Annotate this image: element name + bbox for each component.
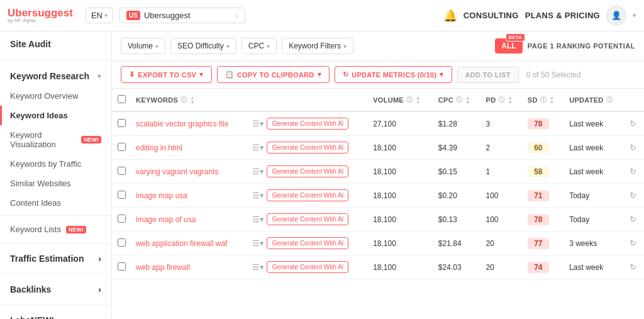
generate-ai-button[interactable]: Generate Content With AI	[267, 261, 348, 273]
search-bar[interactable]: US Ubersuggest ›	[119, 8, 245, 23]
row-checkbox[interactable]	[118, 215, 126, 223]
avatar-chevron-icon[interactable]: ▾	[633, 11, 636, 20]
row-refresh-icon[interactable]: ↻	[630, 262, 636, 272]
new-badge: NEW!	[81, 136, 101, 143]
update-metrics-button[interactable]: ↻ UPDATE METRICS (0/10) ▾	[335, 66, 452, 83]
sidebar-item-content-ideas[interactable]: Content Ideas	[0, 193, 111, 213]
sidebar-item-similar-websites[interactable]: Similar Websites	[0, 174, 111, 193]
row-refresh-icon[interactable]: ↻	[630, 167, 636, 176]
lang-label: EN	[91, 11, 103, 20]
keyword-menu-icon[interactable]: ☰▾	[252, 262, 264, 272]
row-checkbox[interactable]	[118, 119, 126, 127]
volume-sort-icon[interactable]: ▲▼	[416, 96, 420, 104]
row-refresh-icon[interactable]: ↻	[630, 215, 636, 224]
table-row: image map usa ☰▾ Generate Content With A…	[112, 184, 644, 208]
row-actions-cell: ☰▾ Generate Content With AI	[247, 208, 368, 232]
select-all-checkbox[interactable]	[118, 95, 126, 103]
sidebar-section-traffic-estimation[interactable]: Traffic Estimation ›	[0, 246, 111, 271]
chevron-icon: ▾	[97, 72, 101, 81]
content-area: Volume ▾ SEO Difficulty ▾ CPC ▾ Keyword …	[112, 31, 644, 319]
volume-filter[interactable]: Volume ▾	[121, 38, 165, 54]
logo[interactable]: Ubersuggest by NP digital	[8, 8, 73, 23]
all-button[interactable]: BETA ALL	[495, 38, 522, 53]
th-updated[interactable]: UPDATED ⓘ	[564, 89, 625, 111]
generate-ai-button[interactable]: Generate Content With AI	[267, 165, 348, 177]
sd-cell: 78	[523, 111, 564, 136]
sidebar-item-keyword-overview[interactable]: Keyword Overview	[0, 86, 111, 106]
generate-ai-button[interactable]: Generate Content With AI	[267, 118, 348, 130]
keyword-cell: image map of usa	[131, 208, 247, 232]
keyword-menu-icon[interactable]: ☰▾	[252, 143, 264, 152]
keyword-link[interactable]: varying vagrant vagrants	[136, 167, 218, 176]
cpc-filter[interactable]: CPC ▾	[242, 38, 277, 54]
row-checkbox[interactable]	[118, 238, 126, 247]
th-sd[interactable]: SD ⓘ ▲▼	[523, 89, 564, 111]
cpc-sort-icon[interactable]: ▲▼	[465, 96, 470, 104]
row-checkbox[interactable]	[118, 143, 126, 151]
th-pd[interactable]: PD ⓘ ▲▼	[481, 89, 523, 111]
logo-sub: by NP digital	[8, 18, 73, 23]
seo-chevron-icon: ▾	[226, 43, 230, 50]
refresh-cell: ↻	[625, 160, 644, 184]
keyword-link[interactable]: web app firewall	[136, 263, 190, 272]
updated-cell: Last week	[564, 160, 625, 184]
sidebar-item-keyword-visualization[interactable]: Keyword Visualization NEW!	[0, 125, 111, 154]
beta-badge: BETA	[506, 33, 525, 42]
row-refresh-icon[interactable]: ↻	[630, 119, 636, 128]
add-to-list-button[interactable]: ADD TO LIST	[457, 67, 519, 83]
user-avatar[interactable]: 👤	[606, 6, 626, 26]
row-refresh-icon[interactable]: ↻	[630, 191, 636, 200]
language-selector[interactable]: EN ▾	[86, 8, 113, 23]
row-checkbox-cell	[112, 232, 131, 255]
row-checkbox[interactable]	[118, 191, 126, 199]
row-checkbox-cell	[112, 160, 131, 184]
seo-difficulty-filter[interactable]: SEO Difficulty ▾	[170, 38, 236, 54]
keyword-link[interactable]: image map usa	[136, 191, 187, 200]
sidebar-item-site-audit[interactable]: Site Audit	[0, 31, 111, 57]
keyword-link[interactable]: image map of usa	[136, 215, 196, 224]
export-csv-button[interactable]: ⬇ EXPORT TO CSV ▾	[121, 66, 212, 83]
th-keywords[interactable]: KEYWORDS ⓘ ▲▼	[131, 89, 368, 111]
keyword-menu-icon[interactable]: ☰▾	[252, 215, 264, 224]
sidebar-item-keywords-by-traffic[interactable]: Keywords by Traffic	[0, 154, 111, 174]
search-text: Ubersuggest	[144, 11, 232, 20]
row-checkbox[interactable]	[118, 167, 126, 175]
keyword-link[interactable]: scalable vector graphics file	[136, 120, 228, 128]
generate-ai-button[interactable]: Generate Content With AI	[267, 213, 348, 225]
sidebar-section-backlinks[interactable]: Backlinks ›	[0, 277, 111, 302]
consulting-link[interactable]: CONSULTING	[464, 11, 519, 20]
th-volume[interactable]: VOLUME ⓘ ▲▼	[368, 89, 433, 111]
page1-label: PAGE 1 RANKING POTENTIAL	[528, 42, 635, 50]
copy-clipboard-button[interactable]: 📋 COPY TO CLIPBOARD ▾	[217, 66, 330, 83]
plans-link[interactable]: PLANS & PRICING	[525, 11, 600, 20]
keyword-cell: editing in html	[131, 136, 247, 160]
row-refresh-icon[interactable]: ↻	[630, 238, 636, 248]
sidebar-section-keyword-research[interactable]: Keyword Research ▾	[0, 62, 111, 86]
keywords-sort-icon[interactable]: ▲▼	[191, 96, 195, 104]
th-cpc[interactable]: CPC ⓘ ▲▼	[433, 89, 481, 111]
refresh-cell: ↻	[625, 184, 644, 208]
keyword-filters-filter[interactable]: Keyword Filters ▾	[282, 38, 353, 54]
updated-cell: Last week	[564, 255, 625, 279]
keyword-menu-icon[interactable]: ☰▾	[252, 119, 264, 128]
sidebar-item-keyword-ideas[interactable]: Keyword Ideas	[0, 106, 111, 125]
keyword-link[interactable]: editing in html	[136, 143, 182, 152]
generate-ai-button[interactable]: Generate Content With AI	[267, 142, 348, 154]
row-refresh-icon[interactable]: ↻	[630, 143, 636, 152]
th-actions	[625, 89, 644, 111]
bell-icon[interactable]: 🔔	[443, 9, 457, 23]
row-checkbox[interactable]	[118, 262, 126, 271]
row-actions-cell: ☰▾ Generate Content With AI	[247, 111, 368, 136]
keyword-menu-icon[interactable]: ☰▾	[252, 238, 264, 248]
sidebar-item-keyword-lists[interactable]: Keyword Lists NEW!	[0, 218, 111, 240]
generate-ai-button[interactable]: Generate Content With AI	[267, 237, 348, 249]
volume-cell: 18,100	[368, 160, 433, 184]
sidebar-section-labs[interactable]: Labs NEW! ›	[0, 308, 111, 319]
generate-ai-button[interactable]: Generate Content With AI	[267, 189, 348, 201]
keyword-menu-icon[interactable]: ☰▾	[252, 167, 264, 176]
row-checkbox-cell	[112, 255, 131, 279]
keyword-link[interactable]: web application firewall waf	[136, 239, 227, 248]
pd-sort-icon[interactable]: ▲▼	[508, 96, 513, 104]
keyword-menu-icon[interactable]: ☰▾	[252, 191, 264, 200]
sd-sort-icon[interactable]: ▲▼	[550, 96, 554, 104]
